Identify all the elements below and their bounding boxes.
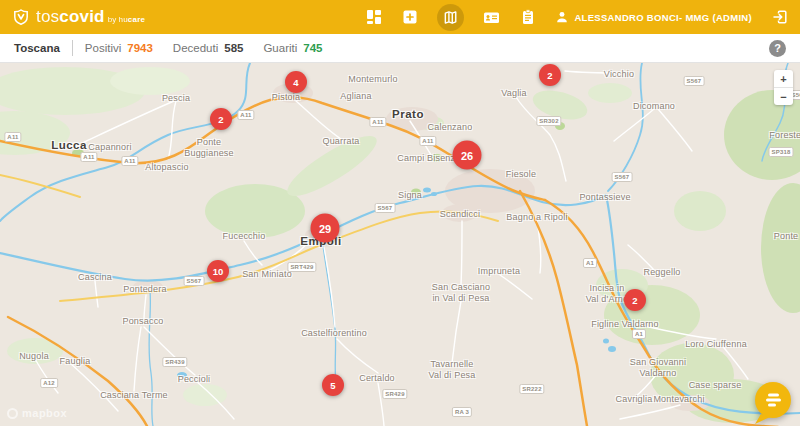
help-button[interactable]: ? (769, 40, 786, 57)
road-shield: S567 (684, 76, 705, 86)
map[interactable]: LuccaPratoEmpoliCapannoriPesciaPonte Bug… (0, 63, 800, 426)
map-label: Foreste C (769, 130, 800, 141)
zoom-control: + − (774, 70, 793, 105)
stat-label: Positivi (85, 42, 121, 54)
map-label: Dicomano (633, 101, 675, 112)
map-label: Certaldo (359, 373, 395, 384)
brand-bold: covid (59, 7, 104, 27)
road-shield: SR302 (536, 116, 561, 126)
road-shield: S567 (612, 172, 633, 182)
stat-label: Deceduti (173, 42, 218, 54)
map-label: Castelfiorentino (301, 328, 367, 339)
road-shield: SR439 (162, 357, 187, 367)
map-label: Ponsacco (122, 316, 163, 327)
map-label: Capannori (88, 142, 131, 153)
region-stats-bar: Toscana Positivi 7943 Deceduti 585 Guari… (0, 34, 800, 63)
map-icon (442, 9, 459, 26)
road-shield: A11 (121, 156, 138, 166)
map-label: Ponte Buggianese (184, 137, 234, 158)
road-shield: A12 (40, 378, 58, 388)
map-label: San Casciano in Val di Pesa (432, 282, 490, 303)
cluster-marker[interactable]: 10 (207, 260, 229, 282)
road-shield: RA 3 (452, 407, 472, 417)
map-label: San Giovanni Valdarno (630, 357, 686, 378)
map-label: Pontassieve (579, 192, 630, 203)
zoom-in-button[interactable]: + (774, 70, 793, 87)
cluster-marker[interactable]: 5 (322, 374, 344, 396)
mapbox-logo-text: mapbox (22, 407, 67, 419)
stat-label: Guariti (263, 42, 297, 54)
road-shield: A11 (419, 136, 436, 146)
map-label: Case sparse (689, 380, 742, 391)
road-shield: SR429 (382, 389, 407, 399)
zoom-out-button[interactable]: − (774, 88, 793, 105)
mapbox-logo-icon (7, 408, 18, 419)
brand-prefix: tos (36, 7, 59, 27)
road-shield: SR222 (519, 384, 544, 394)
user-name: ALESSANDRO BONCI- MMG (ADMIN) (574, 12, 752, 23)
road-shield: A11 (80, 152, 97, 162)
map-label: Pistoia (272, 92, 300, 103)
stat-deceduti: Deceduti 585 (173, 42, 244, 54)
map-label: Montevarchi (653, 394, 704, 405)
region-name: Toscana (14, 42, 60, 54)
road-shield: A11 (4, 132, 21, 142)
cluster-marker[interactable]: 26 (453, 141, 482, 170)
app-logo[interactable]: toscovidbyhucare (12, 7, 145, 27)
mapbox-attribution[interactable]: mapbox (7, 407, 67, 419)
map-label: Ponte a (774, 231, 800, 242)
person-icon (555, 10, 569, 24)
logout-icon[interactable] (771, 9, 788, 26)
map-label: Figline Valdarno (591, 319, 659, 330)
map-label: Lucca (51, 139, 87, 153)
map-label: Nugola (19, 351, 49, 362)
map-label: Loro Ciuffenna (685, 339, 747, 350)
road-shield: A1 (632, 329, 646, 339)
map-label: Altopascio (145, 162, 189, 173)
cluster-marker[interactable]: 2 (624, 289, 646, 311)
map-label: Signa (398, 190, 422, 201)
cluster-marker[interactable]: 2 (210, 108, 232, 130)
clipboard-icon[interactable] (519, 9, 536, 26)
road-shield: SRT429 (287, 262, 316, 272)
map-label: Fauglia (60, 356, 91, 367)
road-shield: A11 (237, 110, 254, 120)
dashboard-icon[interactable] (365, 9, 382, 26)
map-label: Impruneta (478, 266, 520, 277)
road-shield: S567 (375, 203, 396, 213)
map-label: Calenzano (428, 122, 473, 133)
map-label: Bagno a Ripoli (506, 212, 567, 223)
map-label: Montemurlo (348, 74, 398, 85)
cluster-marker[interactable]: 4 (285, 71, 307, 93)
stat-value: 745 (303, 42, 322, 54)
map-label: Vaglia (501, 88, 527, 99)
add-box-icon[interactable] (401, 9, 418, 26)
user-menu[interactable]: ALESSANDRO BONCI- MMG (ADMIN) (555, 10, 752, 24)
map-label: Fucecchio (223, 231, 266, 242)
map-label: Quarrata (322, 136, 359, 147)
vendor-prefix: hu (119, 15, 128, 24)
map-label: Cavriglia (616, 394, 653, 405)
cluster-marker[interactable]: 2 (539, 64, 561, 86)
map-label: Peccioli (178, 374, 211, 385)
cluster-marker[interactable]: 29 (311, 214, 340, 243)
map-label: Incisa in Val d'Arno (586, 283, 629, 304)
road-shield: A1 (583, 258, 597, 268)
fab-list-button[interactable] (751, 381, 793, 425)
map-label: Vicchio (604, 69, 634, 80)
map-label: San Miniato (242, 269, 292, 280)
map-label: Tavarnelle Val di Pesa (428, 359, 475, 380)
map-label: Agliana (340, 91, 371, 102)
vendor-bold: care (128, 15, 145, 24)
map-label: Casciana Terme (100, 390, 168, 401)
stat-value: 585 (224, 42, 243, 54)
map-label: Cascina (78, 272, 112, 283)
road-shield: SP318 (768, 147, 793, 157)
map-label: Fiesole (506, 169, 536, 180)
map-label: Prato (392, 108, 424, 122)
contact-card-icon[interactable] (483, 9, 500, 26)
stat-value: 7943 (127, 42, 153, 54)
map-label: Pontedera (123, 284, 166, 295)
map-icon-active[interactable] (437, 4, 464, 31)
brand-by: by (108, 15, 117, 24)
